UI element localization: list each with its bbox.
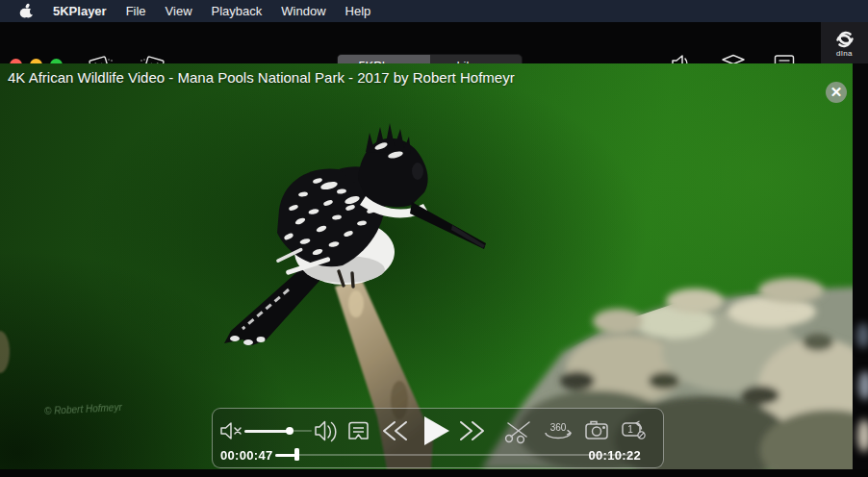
menu-app-name[interactable]: 5KPlayer — [53, 4, 107, 18]
5kplayer-window: 5KPlayer File View Playback Window Help — [0, 0, 868, 477]
mute-icon[interactable] — [221, 423, 241, 439]
desktop-edge-strip — [853, 63, 868, 469]
rotate-360-icon[interactable]: 360 — [546, 422, 571, 439]
elapsed-time: 00:00:47 — [220, 448, 272, 463]
menu-bar: 5KPlayer File View Playback Window Help — [0, 0, 868, 22]
volume-knob[interactable] — [286, 427, 294, 435]
title-bar: 5KPlayer Library dlna — [0, 22, 868, 63]
dlna-button[interactable]: dlna — [821, 22, 868, 63]
apple-menu[interactable] — [19, 3, 34, 19]
rotate-360-label: 360 — [550, 422, 567, 433]
seek-fill — [275, 454, 295, 457]
video-title: 4K African Wildlife Video - Mana Pools N… — [8, 69, 515, 86]
seek-bar[interactable] — [275, 454, 633, 456]
play-once-icon[interactable]: 1 — [623, 421, 645, 439]
subtitle-icon[interactable] — [349, 423, 368, 439]
bottom-letterbox — [0, 469, 868, 477]
fast-forward-icon[interactable] — [461, 422, 483, 439]
apple-icon — [19, 3, 34, 19]
menu-view[interactable]: View — [166, 4, 192, 18]
dlna-icon — [834, 29, 855, 50]
total-duration: 00:10:22 — [589, 448, 641, 463]
menu-file[interactable]: File — [126, 4, 146, 18]
close-video-button[interactable]: ✕ — [826, 82, 847, 103]
play-icon[interactable] — [424, 416, 449, 445]
rewind-icon[interactable] — [384, 422, 406, 439]
play-once-label: 1 — [627, 424, 633, 435]
volume-fill — [244, 430, 290, 433]
cut-icon[interactable] — [506, 422, 529, 442]
speaker-icon[interactable] — [316, 422, 336, 441]
playback-control-bar: 360 1 00:00:47 — [212, 408, 664, 468]
menu-help[interactable]: Help — [345, 4, 371, 18]
dlna-label: dlna — [836, 49, 853, 58]
menu-playback[interactable]: Playback — [212, 4, 263, 18]
menu-window[interactable]: Window — [281, 4, 325, 18]
snapshot-icon[interactable] — [586, 422, 607, 439]
seek-handle[interactable] — [294, 448, 299, 461]
